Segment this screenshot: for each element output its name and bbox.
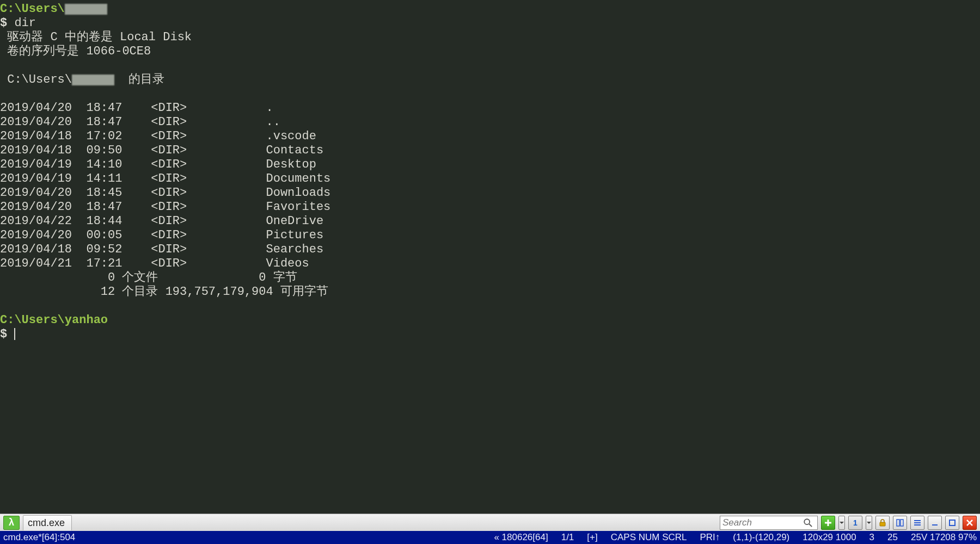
prompt-path: C:\Users\yanhao bbox=[0, 313, 108, 327]
lock-button[interactable] bbox=[875, 516, 890, 530]
svg-rect-2 bbox=[880, 522, 885, 526]
bottom-toolbar: λ cmd.exe 1 bbox=[0, 514, 980, 531]
tab-cmd[interactable]: cmd.exe bbox=[23, 515, 72, 530]
cmder-icon[interactable]: λ bbox=[3, 516, 20, 530]
close-button[interactable] bbox=[963, 516, 977, 530]
svg-rect-4 bbox=[901, 520, 903, 526]
svg-rect-5 bbox=[932, 524, 938, 526]
status-selection: (1,1)-(120,29) bbox=[733, 532, 789, 543]
search-icon[interactable] bbox=[803, 518, 813, 528]
dir-of-prefix: C:\Users\ bbox=[0, 73, 72, 86]
volume-line: 驱动器 C 中的卷是 Local Disk bbox=[0, 30, 192, 44]
maximize-button[interactable] bbox=[945, 516, 959, 530]
svg-rect-6 bbox=[950, 520, 955, 526]
prompt-sigil: $ bbox=[0, 327, 7, 341]
dir-of-suffix: 的目录 bbox=[114, 73, 164, 86]
svg-line-1 bbox=[809, 524, 812, 527]
columns-button[interactable] bbox=[893, 516, 907, 530]
redacted-username bbox=[72, 75, 114, 85]
summary-dirs: 12 个目录 193,757,179,904 可用字节 bbox=[0, 285, 328, 299]
prompt-sigil: $ bbox=[0, 16, 7, 30]
menu-button[interactable] bbox=[910, 516, 924, 530]
serial-line: 卷的序列号是 1066-0CE8 bbox=[0, 45, 151, 58]
minimize-button[interactable] bbox=[928, 516, 942, 530]
terminal-output[interactable]: C:\Users\ $ dir 驱动器 C 中的卷是 Local Disk 卷的… bbox=[0, 0, 980, 514]
status-caps: CAPS NUM SCRL bbox=[611, 532, 687, 543]
status-mem: 25V 17208 97% bbox=[911, 532, 977, 543]
status-process: cmd.exe*[64]:504 bbox=[3, 532, 75, 543]
svg-point-0 bbox=[804, 519, 810, 524]
redacted-username bbox=[65, 4, 107, 15]
new-tab-button[interactable] bbox=[821, 516, 835, 530]
status-25: 25 bbox=[887, 532, 898, 543]
status-size: 120x29 1000 bbox=[803, 532, 856, 543]
search-input[interactable] bbox=[722, 517, 803, 528]
search-box[interactable] bbox=[720, 516, 818, 530]
status-3: 3 bbox=[869, 532, 874, 543]
status-plus: [+] bbox=[587, 532, 597, 543]
command-text: dir bbox=[14, 16, 36, 30]
status-ratio: 1/1 bbox=[561, 532, 574, 543]
status-pri: PRI↑ bbox=[700, 532, 720, 543]
status-bar: cmd.exe*[64]:504 « 180626[64] 1/1 [+] CA… bbox=[0, 531, 980, 544]
tablist-dropdown[interactable] bbox=[866, 516, 872, 530]
prompt-path: C:\Users\ bbox=[0, 2, 65, 16]
dir-listing: 2019/04/20 18:47 <DIR> . 2019/04/20 18:4… bbox=[0, 101, 330, 270]
summary-files: 0 个文件 0 字节 bbox=[0, 271, 297, 285]
cursor bbox=[14, 328, 15, 340]
new-tab-dropdown[interactable] bbox=[838, 516, 845, 530]
svg-rect-3 bbox=[897, 520, 899, 526]
tab-1-button[interactable]: 1 bbox=[848, 516, 862, 530]
status-chunk: « 180626[64] bbox=[494, 532, 548, 543]
